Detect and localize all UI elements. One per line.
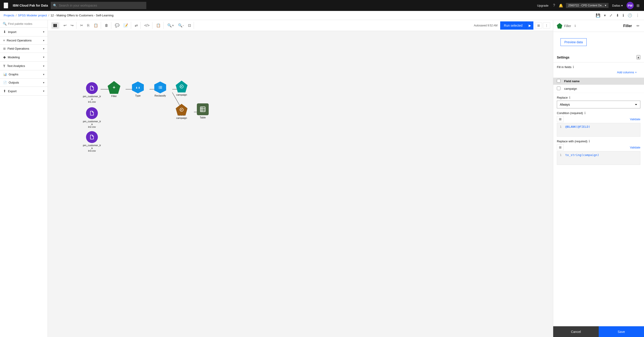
- node-train2[interactable]: pm_customer_train2.csv: [83, 107, 101, 128]
- zoom-fit-btn[interactable]: ⊡: [186, 22, 193, 29]
- arrange-btn[interactable]: ⇄: [133, 22, 140, 29]
- canvas[interactable]: pm_customer_train1.csv + Filler Type: [48, 31, 553, 337]
- condition-table-icon-btn[interactable]: ⊞: [557, 116, 564, 122]
- cancel-btn[interactable]: Cancel: [553, 326, 599, 337]
- copy-btn[interactable]: ⎘: [85, 22, 91, 29]
- condition-info-icon[interactable]: ℹ: [584, 111, 586, 115]
- table-label: Table: [200, 116, 206, 119]
- replace-with-validate-btn[interactable]: Validate: [630, 146, 640, 149]
- right-panel-header: Filler ℹ Filler ✏: [553, 20, 644, 32]
- replace-with-section: Replace with (required) ℹ ⊞ Validate 1 t…: [553, 139, 644, 168]
- share-icon-btn[interactable]: ⤢: [608, 12, 613, 19]
- sidebar-section-header-export[interactable]: ⬆ Export ▾: [0, 87, 48, 95]
- replace-select[interactable]: Always Blanks and nulls Nulls Blanks Err…: [557, 101, 640, 108]
- node-filler[interactable]: + Filler: [108, 81, 120, 98]
- outputs-tab-btn[interactable]: 📋: [154, 22, 162, 29]
- replace-info-icon[interactable]: ℹ: [569, 96, 570, 99]
- condition-line-num: 1: [560, 125, 564, 128]
- replace-with-table-icon-btn[interactable]: ⊞: [557, 144, 564, 150]
- sidebar-section-header-record-ops[interactable]: ≡ Record Operations ▾: [0, 37, 48, 44]
- graphs-chevron-icon: ▾: [43, 73, 44, 76]
- save-btn[interactable]: Save: [599, 326, 644, 337]
- right-panel-footer: Cancel Save: [553, 326, 644, 337]
- filler-info-btn[interactable]: ℹ: [574, 23, 577, 29]
- delete-btn[interactable]: 🗑: [103, 22, 110, 29]
- save-icon-btn[interactable]: 💾: [595, 12, 601, 19]
- grid-view-btn[interactable]: ⊞: [535, 23, 542, 29]
- campaign-row-checkbox[interactable]: [557, 87, 560, 90]
- node-campaign1[interactable]: campaign: [176, 81, 188, 96]
- node-type[interactable]: Type: [132, 82, 144, 97]
- add-columns-btn[interactable]: Add columns +: [613, 71, 640, 76]
- apps-icon-btn[interactable]: ⊞: [636, 3, 640, 9]
- header-checkbox[interactable]: [557, 79, 560, 83]
- palette-toggle-btn[interactable]: [52, 22, 59, 29]
- breadcrumb-projects[interactable]: Projects: [4, 14, 14, 17]
- upgrade-button[interactable]: Upgrade: [535, 3, 550, 8]
- comment-btn[interactable]: 💬: [113, 22, 121, 29]
- replace-label: Replace ℹ: [557, 96, 640, 99]
- list-view-btn[interactable]: ⋮: [543, 23, 550, 29]
- undo-btn[interactable]: ↩: [62, 22, 68, 29]
- breadcrumb-project[interactable]: SPSS Modeler project: [18, 14, 47, 17]
- cut-btn[interactable]: ✂: [78, 22, 85, 29]
- sidebar-section-header-modeling[interactable]: ◆ Modeling ▾: [0, 53, 48, 62]
- settings-collapse-btn[interactable]: ▲: [636, 55, 640, 60]
- run-selected-btn[interactable]: Run selected ▶: [500, 22, 534, 30]
- palette-search-icon: 🔍: [3, 22, 6, 26]
- condition-validate-btn[interactable]: Validate: [630, 118, 640, 121]
- region-chip[interactable]: Dallas ▾: [610, 3, 625, 8]
- sidebar-section-header-text-analytics[interactable]: T Text Analytics ▾: [0, 62, 48, 70]
- note-btn[interactable]: 📝: [122, 22, 130, 29]
- node-train1[interactable]: pm_customer_train1.csv: [83, 82, 101, 103]
- node-reclassify[interactable]: Reclassify: [154, 82, 166, 97]
- more-icon-btn[interactable]: ⋮: [635, 12, 640, 19]
- replace-text: Replace: [557, 96, 568, 99]
- import-chevron-icon: ▾: [43, 30, 44, 34]
- right-panel: Filler ℹ Filler ✏ Preview data Settings …: [553, 20, 644, 337]
- redo-btn[interactable]: ↪: [69, 22, 75, 29]
- avatar[interactable]: PW: [626, 2, 634, 9]
- svg-rect-0: [54, 24, 55, 27]
- condition-code-editor[interactable]: 1 @BLANK(@FIELD): [557, 123, 640, 137]
- global-search-wrap: 🔍: [51, 2, 146, 9]
- zoom-in-btn[interactable]: 🔍+: [166, 22, 176, 29]
- sidebar-text-analytics-label: Text Analytics: [7, 64, 43, 68]
- toolbar-group-palette: [50, 22, 60, 29]
- zoom-out-btn[interactable]: 🔍-: [176, 22, 186, 29]
- preview-data-btn[interactable]: Preview data: [560, 38, 587, 46]
- fill-in-fields-info-icon[interactable]: ℹ: [573, 65, 574, 69]
- region-chevron-icon: ▾: [621, 4, 623, 7]
- replace-section: Replace ℹ Always Blanks and nulls Nulls …: [553, 93, 644, 111]
- info-icon-btn[interactable]: ℹ: [622, 12, 625, 19]
- history-icon-btn[interactable]: 🕐: [627, 12, 633, 19]
- node-table[interactable]: Table: [197, 103, 209, 119]
- outputs-icon: 📄: [3, 81, 7, 84]
- node-train3[interactable]: pm_customer_train3.csv: [83, 131, 101, 152]
- replace-with-info-icon[interactable]: ℹ: [589, 139, 590, 143]
- sidebar-record-ops-label: Record Operations: [7, 39, 43, 42]
- code-btn[interactable]: </>: [142, 22, 151, 29]
- global-search-input[interactable]: [51, 2, 146, 9]
- sidebar-section-header-field-ops[interactable]: ⊞ Field Operations ▾: [0, 45, 48, 53]
- account-chevron-icon: ▾: [605, 4, 606, 7]
- account-chip[interactable]: 2560722 - CPD Content De... ▾: [566, 3, 608, 8]
- palette-search-input[interactable]: [8, 22, 46, 26]
- replace-with-code-editor[interactable]: 1 to_string(campaign): [557, 151, 640, 165]
- chevron-down-icon-btn[interactable]: ▾: [603, 12, 607, 19]
- download-icon-btn[interactable]: ⬇: [615, 12, 620, 19]
- node-campaign2[interactable]: campaign: [176, 104, 188, 119]
- sidebar-section-header-graphs[interactable]: 📊 Graphs ▾: [0, 70, 48, 78]
- type-shape: [132, 82, 144, 93]
- help-icon-btn[interactable]: ?: [552, 3, 556, 9]
- hamburger-menu[interactable]: ☰: [4, 3, 8, 9]
- notifications-icon-btn[interactable]: 🔔: [558, 3, 564, 9]
- condition-text: Condition (required): [557, 111, 583, 115]
- sidebar-section-record-ops: ≡ Record Operations ▾: [0, 37, 48, 45]
- app-name: IBM Cloud Pak for Data: [13, 4, 48, 7]
- paste-btn[interactable]: 📋: [92, 22, 100, 29]
- sidebar-section-header-outputs[interactable]: 📄 Outputs ▾: [0, 79, 48, 87]
- import-icon: ⬇: [3, 30, 6, 34]
- right-panel-edit-btn[interactable]: ✏: [636, 23, 640, 29]
- sidebar-section-header-import[interactable]: ⬇ Import ▾: [0, 28, 48, 36]
